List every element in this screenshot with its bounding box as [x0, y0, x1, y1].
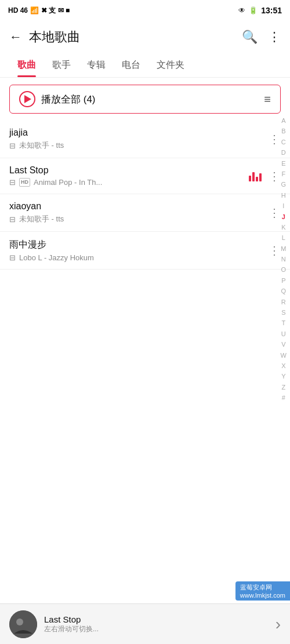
- song-title: jiajia: [9, 128, 269, 138]
- play-all-bar[interactable]: 播放全部 (4) ≡: [9, 85, 281, 114]
- tab-radio[interactable]: 电台: [114, 53, 148, 77]
- song-title: Last Stop: [9, 165, 249, 176]
- sort-button[interactable]: ≡: [264, 93, 271, 106]
- bar3: [256, 177, 258, 181]
- song-info: 未知歌手 - tts: [19, 214, 64, 224]
- alpha-letter[interactable]: S: [279, 308, 288, 318]
- search-button[interactable]: 🔍: [242, 30, 258, 45]
- album-icon: ⊟: [9, 215, 16, 224]
- alpha-letter[interactable]: D: [279, 148, 288, 158]
- status-bar: HD 46 📶 ✖ 支 ✉ ■ 👁 🔋 13:51: [0, 0, 290, 21]
- album-icon: ⊟: [9, 141, 16, 150]
- bar4: [259, 173, 262, 181]
- watermark: 蓝莓安卓网www.lmkjst.com: [235, 581, 290, 601]
- song-meta: ⊟ Lobo L - Jazzy Hokum: [9, 253, 269, 262]
- alpha-letter[interactable]: Z: [279, 383, 288, 392]
- song-info: Lobo L - Jazzy Hokum: [19, 253, 94, 262]
- status-icons: ✖ 支 ✉ ■: [41, 6, 70, 16]
- alpha-letter[interactable]: K: [279, 223, 288, 232]
- tab-artists[interactable]: 歌手: [44, 53, 79, 77]
- list-item[interactable]: Last Stop ⊟ HD Animal Pop - In Th... ⋮: [0, 158, 290, 194]
- back-button[interactable]: ←: [9, 30, 22, 45]
- song-title: 雨中漫步: [9, 239, 269, 251]
- alpha-letter[interactable]: B: [279, 126, 288, 136]
- alpha-letter[interactable]: X: [279, 361, 288, 371]
- song-item-content: Last Stop ⊟ HD Animal Pop - In Th...: [9, 165, 249, 187]
- tab-folder[interactable]: 文件夹: [148, 53, 193, 77]
- alpha-letter[interactable]: W: [278, 351, 289, 361]
- player-controls: ›: [276, 615, 281, 634]
- bar2: [252, 172, 255, 181]
- svg-point-1: [16, 618, 23, 625]
- alpha-letter[interactable]: O: [279, 265, 289, 275]
- song-item-content: jiajia ⊟ 未知歌手 - tts: [9, 128, 269, 151]
- status-time: 13:51: [261, 6, 282, 15]
- tab-albums[interactable]: 专辑: [79, 53, 114, 77]
- top-bar: ← 本地歌曲 🔍 ⋮: [0, 21, 290, 53]
- tab-songs[interactable]: 歌曲: [9, 53, 44, 77]
- list-item[interactable]: 雨中漫步 ⊟ Lobo L - Jazzy Hokum ⋮: [0, 232, 290, 270]
- song-item-content: xiaoyan ⊟ 未知歌手 - tts: [9, 201, 269, 224]
- hd-badge: HD: [19, 178, 30, 187]
- alpha-letter[interactable]: P: [279, 276, 288, 286]
- alpha-letter[interactable]: #: [280, 393, 288, 403]
- player-avatar: [9, 610, 37, 638]
- player-info: Last Stop 左右滑动可切换...: [44, 614, 269, 634]
- album-icon: ⊟: [9, 253, 16, 262]
- alpha-letter[interactable]: Q: [279, 286, 289, 296]
- page-title: 本地歌曲: [29, 28, 242, 46]
- player-title: Last Stop: [44, 614, 269, 624]
- battery-icon: 🔋: [249, 6, 258, 14]
- play-all-left: 播放全部 (4): [19, 91, 96, 107]
- alpha-index: ABCDEFGHIJKLMNOPQRSTUVWXYZ#: [278, 116, 289, 403]
- alpha-letter[interactable]: J: [280, 212, 288, 222]
- song-meta: ⊟ 未知歌手 - tts: [9, 214, 269, 224]
- alpha-letter[interactable]: T: [279, 318, 288, 328]
- next-track-button[interactable]: ›: [276, 615, 281, 634]
- top-icons: 🔍 ⋮: [242, 30, 281, 45]
- song-meta: ⊟ HD Animal Pop - In Th...: [9, 178, 249, 187]
- play-triangle: [24, 95, 31, 103]
- status-signal: 📶: [30, 6, 39, 14]
- alpha-letter[interactable]: C: [279, 137, 288, 147]
- tab-bar: 歌曲 歌手 专辑 电台 文件夹: [0, 53, 290, 78]
- song-info: 未知歌手 - tts: [19, 140, 64, 151]
- list-item[interactable]: jiajia ⊟ 未知歌手 - tts ⋮: [0, 121, 290, 158]
- alpha-letter[interactable]: M: [278, 244, 288, 254]
- alpha-letter[interactable]: U: [279, 329, 288, 339]
- bottom-player[interactable]: Last Stop 左右滑动可切换... ›: [0, 603, 290, 644]
- alpha-letter[interactable]: G: [279, 180, 289, 190]
- alpha-letter[interactable]: H: [279, 191, 288, 201]
- song-list: jiajia ⊟ 未知歌手 - tts ⋮ Last Stop ⊟ HD Ani…: [0, 121, 290, 270]
- play-all-icon: [19, 91, 35, 107]
- song-title: xiaoyan: [9, 201, 269, 212]
- status-left: HD 46 📶 ✖ 支 ✉ ■: [8, 6, 70, 16]
- player-subtitle: 左右滑动可切换...: [44, 624, 269, 634]
- alpha-letter[interactable]: A: [279, 116, 288, 126]
- alpha-letter[interactable]: L: [280, 233, 288, 243]
- alpha-letter[interactable]: R: [279, 297, 288, 307]
- svg-point-0: [9, 610, 37, 638]
- play-all-label: 播放全部 (4): [41, 93, 96, 106]
- alpha-letter[interactable]: E: [279, 159, 288, 169]
- list-item[interactable]: xiaoyan ⊟ 未知歌手 - tts ⋮: [0, 194, 290, 232]
- alpha-letter[interactable]: N: [279, 254, 288, 264]
- alpha-letter[interactable]: V: [279, 340, 288, 350]
- song-info: Animal Pop - In Th...: [34, 178, 102, 187]
- song-item-content: 雨中漫步 ⊟ Lobo L - Jazzy Hokum: [9, 239, 269, 262]
- status-eye-icon: 👁: [238, 6, 245, 14]
- song-meta: ⊟ 未知歌手 - tts: [9, 140, 269, 151]
- now-playing-icon: [249, 171, 262, 181]
- status-right: 👁 🔋 13:51: [238, 6, 282, 15]
- alpha-letter[interactable]: Y: [279, 372, 288, 381]
- alpha-letter[interactable]: F: [279, 169, 288, 179]
- status-network: HD 46: [8, 6, 28, 14]
- alpha-letter[interactable]: I: [280, 201, 287, 211]
- album-icon: ⊟: [9, 178, 16, 187]
- bar1: [249, 176, 251, 181]
- more-button[interactable]: ⋮: [268, 30, 281, 45]
- song-right: ⋮: [249, 169, 281, 183]
